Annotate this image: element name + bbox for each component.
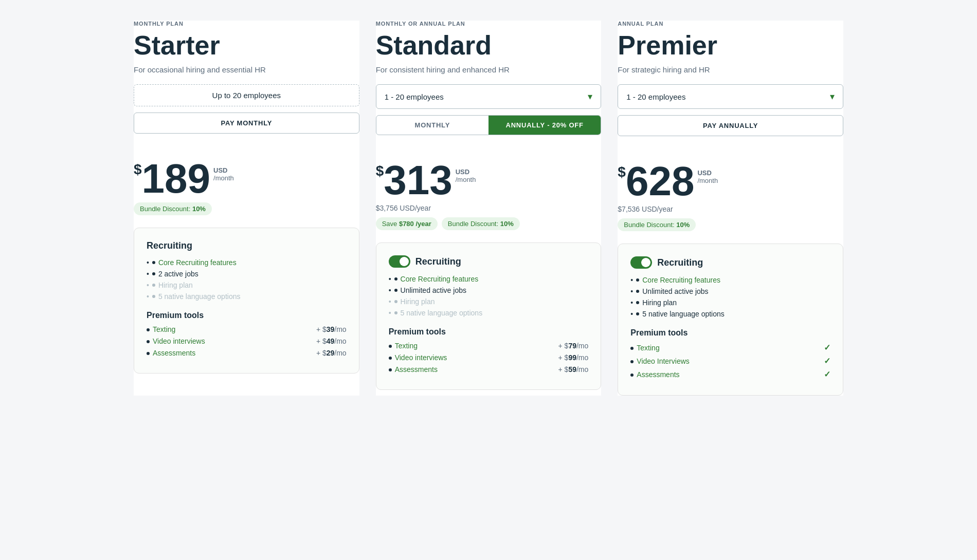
premium-price: + $79/mo bbox=[558, 342, 589, 350]
billing-toggle[interactable]: MONTHLY ANNUALLY - 20% OFF bbox=[376, 115, 602, 135]
premium-item: Video Interviews✓ bbox=[630, 356, 830, 366]
feature-list: Core Recruiting features2 active jobsHir… bbox=[147, 258, 347, 301]
feature-link[interactable]: Core Recruiting features bbox=[642, 276, 720, 284]
pay-button[interactable]: PAY ANNUALLY bbox=[618, 115, 843, 136]
price-currency: USD bbox=[456, 168, 476, 176]
premium-link[interactable]: Texting bbox=[153, 325, 175, 333]
feature-item: 5 native language options bbox=[147, 292, 347, 301]
feature-text: 5 native language options bbox=[158, 292, 241, 301]
badge-highlight: 10% bbox=[192, 205, 206, 213]
bullet-icon bbox=[636, 312, 639, 315]
feature-item: Hiring plan bbox=[630, 298, 830, 307]
bullet-icon bbox=[152, 284, 155, 287]
feature-text: Hiring plan bbox=[642, 298, 677, 307]
pricing-plans: MONTHLY PLAN Starter For occasional hiri… bbox=[134, 21, 843, 396]
bullet-icon bbox=[147, 352, 150, 355]
premium-item: Assessments+ $29/mo bbox=[147, 349, 347, 357]
pay-button[interactable]: PAY MONTHLY bbox=[134, 113, 359, 134]
feature-link[interactable]: Core Recruiting features bbox=[158, 258, 237, 267]
feature-item: Core Recruiting features bbox=[147, 258, 347, 267]
plan-description: For strategic hiring and HR bbox=[618, 65, 843, 74]
included-check-icon: ✓ bbox=[824, 343, 830, 352]
feature-text: 2 active jobs bbox=[158, 270, 198, 278]
premium-link[interactable]: Assessments bbox=[153, 349, 195, 357]
badge-highlight: 10% bbox=[676, 221, 690, 229]
price-currency: USD bbox=[213, 166, 234, 174]
premium-link[interactable]: Video interviews bbox=[153, 337, 205, 345]
bullet-icon bbox=[389, 368, 392, 371]
feature-text: 5 native language options bbox=[401, 309, 483, 317]
premium-link[interactable]: Texting bbox=[395, 342, 418, 350]
premium-item: Video interviews+ $49/mo bbox=[147, 337, 347, 345]
premium-list: Texting+ $79/moVideo interviews+ $99/moA… bbox=[389, 342, 589, 374]
premium-item-left: Texting bbox=[630, 344, 659, 352]
price-amount: 189 bbox=[142, 158, 210, 199]
premium-price: + $29/mo bbox=[316, 349, 347, 357]
recruiting-toggle[interactable] bbox=[389, 255, 410, 268]
billing-monthly[interactable]: MONTHLY bbox=[376, 116, 488, 135]
feature-item: Core Recruiting features bbox=[630, 276, 830, 284]
features-card: RecruitingCore Recruiting featuresUnlimi… bbox=[376, 242, 602, 390]
feature-text: Hiring plan bbox=[401, 297, 435, 306]
premium-link[interactable]: Video Interviews bbox=[637, 357, 689, 365]
price-display: $ 628 USD /month bbox=[618, 161, 843, 202]
plan-premier: ANNUAL PLAN Premier For strategic hiring… bbox=[618, 21, 843, 396]
badge: Bundle Discount: 10% bbox=[442, 217, 520, 230]
premium-price: + $49/mo bbox=[316, 337, 347, 345]
price-annual: $3,756 USD/year bbox=[376, 204, 602, 212]
bullet-icon bbox=[630, 374, 634, 377]
bullet-icon bbox=[394, 311, 397, 314]
plan-description: For occasional hiring and essential HR bbox=[134, 65, 359, 74]
feature-item: 5 native language options bbox=[630, 310, 830, 318]
recruiting-toggle[interactable] bbox=[630, 256, 652, 269]
bullet-icon bbox=[394, 289, 397, 292]
bullet-icon bbox=[394, 277, 397, 281]
price-display: $ 189 USD /month bbox=[134, 158, 359, 199]
price-currency: USD bbox=[697, 169, 718, 177]
plan-name: Standard bbox=[376, 31, 602, 60]
billing-annually[interactable]: ANNUALLY - 20% OFF bbox=[488, 116, 601, 135]
premium-item-left: Assessments bbox=[389, 365, 438, 374]
plan-standard: MONTHLY OR ANNUAL PLAN Standard For cons… bbox=[376, 21, 602, 396]
feature-item: 5 native language options bbox=[389, 309, 589, 317]
premium-price: + $39/mo bbox=[316, 325, 347, 333]
employee-dropdown[interactable]: 1 - 20 employees ▾ bbox=[376, 84, 602, 109]
dropdown-arrow-icon: ▾ bbox=[588, 91, 592, 102]
included-check-icon: ✓ bbox=[824, 369, 830, 379]
plan-name: Starter bbox=[134, 31, 359, 60]
employee-count-label: 1 - 20 employees bbox=[626, 92, 685, 101]
premium-price: + $99/mo bbox=[558, 353, 589, 362]
plan-header-starter: MONTHLY PLAN Starter For occasional hiri… bbox=[134, 21, 359, 158]
bullet-icon bbox=[394, 300, 397, 303]
price-display: $ 313 USD /month bbox=[376, 160, 602, 201]
feature-text: 5 native language options bbox=[642, 310, 725, 318]
plan-header-standard: MONTHLY OR ANNUAL PLAN Standard For cons… bbox=[376, 21, 602, 160]
bullet-icon bbox=[636, 278, 639, 282]
included-check-icon: ✓ bbox=[824, 356, 830, 366]
premium-link[interactable]: Video interviews bbox=[395, 353, 447, 362]
price-dollar: $ bbox=[376, 163, 384, 179]
premium-item-left: Texting bbox=[389, 342, 418, 350]
feature-text: Unlimited active jobs bbox=[401, 286, 466, 294]
bullet-icon bbox=[389, 357, 392, 360]
feature-item: Core Recruiting features bbox=[389, 275, 589, 283]
feature-text: Unlimited active jobs bbox=[642, 287, 708, 295]
price-amount: 628 bbox=[626, 161, 694, 202]
bullet-icon bbox=[152, 261, 155, 264]
premium-tools-title: Premium tools bbox=[389, 327, 589, 337]
premium-link[interactable]: Texting bbox=[637, 344, 659, 352]
employee-dropdown[interactable]: 1 - 20 employees ▾ bbox=[618, 84, 843, 109]
premium-item-left: Assessments bbox=[147, 349, 195, 357]
price-dollar: $ bbox=[134, 161, 142, 178]
premium-link[interactable]: Assessments bbox=[395, 365, 438, 374]
feature-link[interactable]: Core Recruiting features bbox=[401, 275, 479, 283]
price-meta: USD /month bbox=[697, 161, 718, 184]
feature-item: Hiring plan bbox=[147, 281, 347, 289]
plan-type-label: MONTHLY PLAN bbox=[134, 21, 359, 27]
badge: Bundle Discount: 10% bbox=[618, 218, 696, 231]
premium-list: Texting+ $39/moVideo interviews+ $49/moA… bbox=[147, 325, 347, 357]
badges: Save $780 /yearBundle Discount: 10% bbox=[376, 217, 602, 230]
plan-name: Premier bbox=[618, 31, 843, 60]
premium-link[interactable]: Assessments bbox=[637, 370, 679, 379]
dropdown-arrow-icon: ▾ bbox=[830, 91, 835, 102]
